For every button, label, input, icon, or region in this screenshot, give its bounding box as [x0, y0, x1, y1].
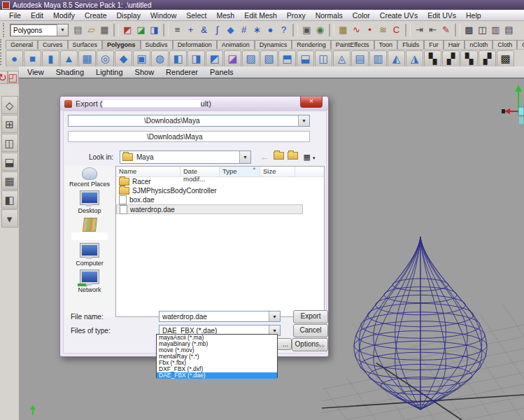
menu-window[interactable]: Window	[146, 11, 181, 20]
poly-cube-icon[interactable]: ■	[24, 50, 41, 67]
place-user-folder[interactable]	[71, 218, 108, 240]
select-by-component-icon[interactable]: ◨	[148, 23, 161, 37]
toolbar-grip[interactable]	[3, 23, 8, 37]
lasso-select-icon[interactable]: &	[197, 23, 211, 37]
menu-create[interactable]: Create	[80, 11, 112, 20]
menu-select[interactable]: Select	[181, 11, 211, 20]
menu-modify[interactable]: Modify	[48, 11, 80, 20]
resize-grip[interactable]	[318, 344, 325, 351]
layout-persp-panel-icon[interactable]: ◧	[1, 190, 18, 209]
render-settings-icon[interactable]: ▤	[502, 23, 516, 37]
panel-menu-lighting[interactable]: Lighting	[96, 68, 123, 76]
menu-mesh[interactable]: Mesh	[211, 11, 239, 20]
panel-menu-shading[interactable]: Shading	[56, 68, 84, 76]
export-button[interactable]: Export	[293, 310, 328, 323]
render-current-frame-icon[interactable]: ◫	[476, 23, 489, 37]
poly-sphere-icon[interactable]: ●	[6, 50, 23, 67]
place-network[interactable]: Network	[78, 270, 101, 293]
poly-sculpt-icon[interactable]: ◬	[333, 50, 350, 67]
uv-texture-editor-icon[interactable]: ▩	[497, 50, 514, 67]
grid-frame-icon[interactable]: #	[237, 23, 250, 37]
poly-mirror-icon[interactable]: ⬓	[297, 50, 314, 67]
type-option-selected[interactable]: DAE_FBX (*.dae)	[157, 372, 277, 379]
poly-reduce-icon[interactable]: ▧	[260, 50, 278, 67]
render-view-icon[interactable]: ▩	[462, 23, 476, 37]
project-path-dropdown[interactable]: \Downloads\Maya ▼	[68, 115, 310, 127]
shelf-tab-custom[interactable]: Custom	[517, 40, 524, 49]
place-desktop[interactable]: Desktop	[78, 191, 101, 214]
panel-menu-show[interactable]: Show	[135, 68, 155, 76]
shelf-tab-fluids[interactable]: Fluids	[397, 40, 424, 49]
poly-bridge-icon[interactable]: ▥	[369, 50, 387, 67]
shelf-tab-polygons[interactable]: Polygons	[102, 40, 141, 49]
poly-separate-icon[interactable]: ◨	[187, 50, 205, 67]
shelf-tab-hair[interactable]: Hair	[444, 40, 465, 49]
menu-help[interactable]: Help	[461, 11, 486, 20]
subdiv-proxy-icon[interactable]: ◫	[315, 50, 332, 67]
sphere-select-icon[interactable]: ●	[264, 23, 277, 37]
menu-edit-uvs[interactable]: Edit UVs	[423, 11, 461, 20]
file-name-input[interactable]: waterdrop.dae ▼	[159, 311, 281, 322]
back-icon[interactable]: ←	[258, 151, 271, 163]
shelf-tab-painteffects[interactable]: PaintEffects	[331, 40, 374, 49]
scale-tool-icon[interactable]: ◰	[8, 71, 19, 84]
selection-mode-dropdown[interactable]: Polygons ▼	[10, 24, 69, 36]
panel-menu-renderer[interactable]: Renderer	[166, 68, 198, 76]
menu-display[interactable]: Display	[111, 11, 145, 20]
cancel-button[interactable]: Cancel	[293, 324, 328, 337]
output-connections-icon[interactable]: ⇤	[426, 23, 439, 37]
layout-persp-graph-icon[interactable]: ⬓	[1, 153, 18, 171]
poly-select-icon[interactable]: ◆	[224, 23, 237, 37]
help-icon[interactable]: ?	[277, 23, 290, 37]
column-date-modified[interactable]: Date modif...	[180, 167, 220, 176]
file-row-selected[interactable]: waterdrop.dae	[116, 204, 303, 214]
rotate-tool-icon[interactable]: ↻	[0, 71, 8, 84]
poly-extract-icon[interactable]: ◩	[206, 50, 223, 67]
shelf-tab-dynamics[interactable]: Dynamics	[255, 40, 292, 49]
place-recent-places[interactable]: Recent Places	[69, 167, 110, 188]
lock-icon[interactable]: ▣	[300, 23, 313, 37]
examine-icon[interactable]: ◉	[313, 23, 327, 37]
chevron-down-icon[interactable]: ▼	[239, 151, 250, 163]
chevron-down-icon[interactable]: ▼	[269, 312, 280, 321]
menu-color[interactable]: Color	[348, 11, 375, 20]
shelf-tab-surfaces[interactable]: Surfaces	[68, 40, 103, 49]
shelf-tab-fur[interactable]: Fur	[424, 40, 444, 49]
shelf-tab-ncloth[interactable]: nCloth	[465, 40, 493, 49]
file-row[interactable]: box.dae	[116, 195, 324, 204]
poly-wedge-icon[interactable]: ⬒	[278, 50, 296, 67]
star-snap-icon[interactable]: ∗	[250, 23, 264, 37]
chevron-down-icon[interactable]: ▼	[57, 24, 68, 36]
shelf-tab-general[interactable]: General	[6, 40, 38, 49]
shelf-tab-cloth[interactable]: Cloth	[493, 40, 517, 49]
panel-menu-view[interactable]: View	[27, 68, 44, 76]
select-all-icon[interactable]: +	[184, 23, 197, 37]
column-size[interactable]: Size	[260, 167, 295, 176]
make-live-icon[interactable]: C	[390, 23, 403, 37]
select-by-hierarchy-icon[interactable]: ◩	[121, 23, 134, 37]
manipulator-gizmo-icon[interactable]	[500, 80, 524, 125]
layout-more-icon[interactable]: ▾	[1, 209, 18, 227]
construction-history-icon[interactable]: ✎	[439, 23, 453, 37]
uv-cylindrical-mapping-icon[interactable]: ▞	[442, 50, 460, 67]
input-connections-icon[interactable]: ⇥	[413, 23, 426, 37]
poly-pipe-icon[interactable]: ▣	[133, 50, 150, 67]
poly-combine-icon[interactable]: ◧	[169, 50, 187, 67]
up-folder-icon[interactable]: ↑	[272, 151, 285, 163]
dialog-title-bar[interactable]: Export ( ult) ×	[60, 97, 328, 111]
layout-single-pane-icon[interactable]: ◇	[1, 96, 18, 114]
shelf-tab-toon[interactable]: Toon	[374, 40, 398, 49]
poly-cylinder-icon[interactable]: ▮	[42, 50, 59, 67]
column-type[interactable]: Type▴	[220, 167, 260, 176]
snap-to-curves-icon[interactable]: ∿	[350, 23, 363, 37]
poly-helix-icon[interactable]: ◍	[151, 50, 169, 67]
chevron-down-icon[interactable]: ▼	[298, 115, 309, 126]
poly-append-icon[interactable]: ◭	[388, 50, 405, 67]
shelf-tab-rendering[interactable]: Rendering	[292, 40, 331, 49]
uv-automatic-mapping-icon[interactable]: ▞	[479, 50, 496, 67]
poly-prism-icon[interactable]: ◆	[115, 50, 132, 67]
uv-spherical-mapping-icon[interactable]: ▚	[460, 50, 478, 67]
file-row[interactable]: Racer	[116, 177, 324, 186]
look-in-dropdown[interactable]: Maya ▼	[120, 150, 251, 164]
curve-select-icon[interactable]: ∫	[211, 23, 224, 37]
